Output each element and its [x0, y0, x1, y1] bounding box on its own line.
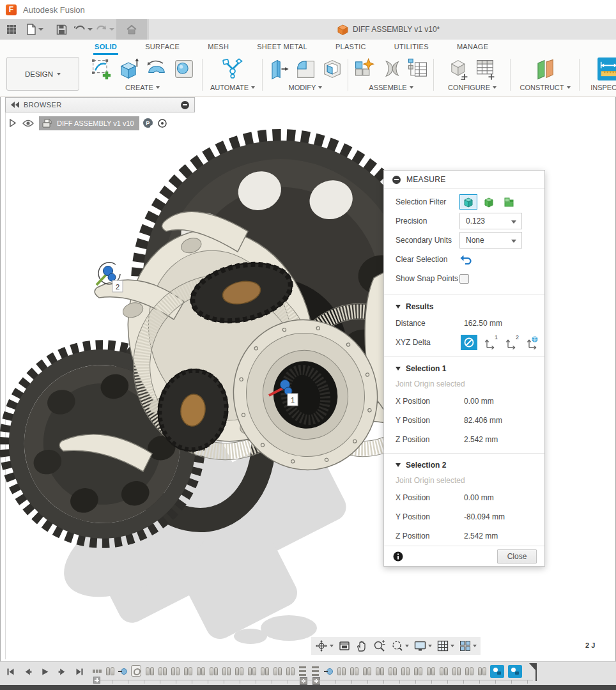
file-menu-button[interactable]: [24, 21, 45, 38]
go-to-start-button[interactable]: [4, 665, 17, 678]
measure-dialog-header[interactable]: MEASURE: [384, 171, 544, 189]
look-at-button[interactable]: [338, 640, 351, 652]
configure-dropdown[interactable]: CONFIGURE: [436, 84, 509, 91]
hole-button[interactable]: [172, 57, 196, 83]
pan-button[interactable]: [355, 640, 368, 652]
timeline-joint-icon[interactable]: [145, 665, 154, 677]
revolve-button[interactable]: [144, 57, 169, 83]
measure-button[interactable]: [597, 57, 616, 83]
timeline-comp-icon[interactable]: [93, 665, 102, 677]
timeline-joint-icon[interactable]: [465, 665, 474, 677]
home-view-button[interactable]: [116, 19, 147, 40]
configuration-table-button[interactable]: [474, 57, 498, 83]
configure-button[interactable]: [447, 57, 471, 83]
selection2-section-header[interactable]: Selection 2: [384, 457, 544, 473]
timeline-joint-icon[interactable]: [260, 665, 269, 677]
timeline-joint-icon[interactable]: [105, 665, 114, 677]
automate-dropdown[interactable]: AUTOMATE: [204, 84, 261, 91]
construct-plane-button[interactable]: [532, 57, 558, 83]
assemble-dropdown[interactable]: ASSEMBLE: [350, 84, 432, 91]
origin-target-icon[interactable]: [157, 118, 167, 128]
timeline-sel-icon[interactable]: [508, 665, 522, 678]
face-filter-button[interactable]: [459, 194, 477, 210]
close-button[interactable]: Close: [497, 549, 537, 564]
go-to-end-button[interactable]: [73, 665, 86, 678]
info-icon[interactable]: [393, 551, 403, 562]
timeline-marker-icon[interactable]: [118, 665, 127, 677]
timeline-track[interactable]: [96, 680, 533, 684]
tab-sheet-metal[interactable]: SHEET METAL: [256, 43, 309, 55]
tab-solid[interactable]: SOLID: [93, 43, 118, 55]
timeline-group-icon[interactable]: [311, 665, 320, 677]
timeline-joint-icon[interactable]: [235, 665, 243, 677]
grid-caret[interactable]: [450, 645, 454, 647]
tab-surface[interactable]: SURFACE: [144, 43, 181, 55]
timeline-joint-icon[interactable]: [222, 665, 231, 677]
timeline-joint-icon[interactable]: [388, 665, 397, 677]
delta-selection1-button[interactable]: 1: [482, 335, 498, 350]
measure-collapse-button[interactable]: [392, 176, 401, 184]
press-pull-button[interactable]: [266, 57, 291, 83]
new-component-button[interactable]: [352, 57, 376, 83]
timeline-joint-icon[interactable]: [439, 665, 448, 677]
timeline-joint-icon[interactable]: [286, 665, 295, 677]
delta-world-button[interactable]: [524, 335, 541, 350]
pin-badge[interactable]: P: [143, 118, 153, 128]
tab-utilities[interactable]: UTILITIES: [393, 43, 430, 55]
shell-button[interactable]: [320, 57, 344, 83]
browser-root-highlight[interactable]: DIFF ASSEMBLY v1 v10: [39, 116, 139, 130]
display-caret[interactable]: [428, 645, 432, 647]
step-forward-button[interactable]: [56, 665, 68, 678]
timeline-joint-icon[interactable]: [350, 665, 358, 677]
component-filter-button[interactable]: [500, 194, 518, 210]
orbit-button[interactable]: [315, 640, 334, 652]
app-grid-button[interactable]: [4, 21, 19, 38]
viewports-button[interactable]: [459, 640, 477, 652]
joint-button[interactable]: [379, 57, 403, 83]
secondary-units-dropdown[interactable]: None: [459, 232, 522, 249]
display-settings-button[interactable]: [413, 640, 432, 652]
create-dropdown[interactable]: CREATE: [86, 84, 199, 91]
clear-selection-undo-icon[interactable]: [459, 254, 472, 264]
save-button[interactable]: [54, 21, 69, 38]
extrude-button[interactable]: [116, 57, 141, 83]
timeline-sel-icon[interactable]: [490, 665, 504, 678]
body-filter-button[interactable]: [480, 194, 498, 210]
workspace-selector[interactable]: DESIGN: [6, 57, 79, 91]
zoom-button[interactable]: [373, 640, 386, 652]
precision-dropdown[interactable]: 0.123: [459, 213, 522, 229]
timeline-joint-icon[interactable]: [158, 665, 167, 677]
timeline-group-icon[interactable]: [298, 665, 307, 677]
timeline-circled-icon[interactable]: [131, 665, 141, 677]
undo-button[interactable]: [73, 21, 93, 38]
timeline-joint-icon[interactable]: [477, 665, 486, 677]
timeline-joint-icon[interactable]: [196, 665, 205, 677]
browser-root-row[interactable]: DIFF ASSEMBLY v1 v10 P: [9, 116, 167, 130]
visibility-eye-icon[interactable]: [22, 119, 34, 127]
step-back-button[interactable]: [21, 665, 34, 678]
results-section-header[interactable]: Results: [384, 299, 544, 314]
document-tab[interactable]: DIFF ASSEMBLY v1 v10*: [337, 19, 440, 40]
timeline-joint-icon[interactable]: [209, 665, 218, 677]
tab-mesh[interactable]: MESH: [206, 43, 230, 55]
create-sketch-button[interactable]: [89, 57, 113, 83]
play-button[interactable]: [38, 665, 51, 678]
modify-dropdown[interactable]: MODIFY: [265, 84, 346, 91]
viewports-caret[interactable]: [473, 645, 477, 647]
timeline-joint-icon[interactable]: [337, 665, 346, 677]
timeline-joint-icon[interactable]: [426, 665, 435, 677]
fillet-button[interactable]: [293, 57, 318, 83]
construct-dropdown[interactable]: CONSTRUCT: [512, 84, 578, 91]
timeline-joint-icon[interactable]: [413, 665, 422, 677]
orbit-caret[interactable]: [330, 645, 334, 647]
tab-plastic[interactable]: PLASTIC: [334, 43, 367, 55]
delta-none-button[interactable]: [461, 335, 477, 350]
grid-button[interactable]: [436, 640, 454, 652]
timeline-joint-icon[interactable]: [452, 665, 461, 677]
timeline-marker-icon[interactable]: [324, 665, 333, 677]
fit-button[interactable]: [390, 640, 409, 652]
timeline-joint-icon[interactable]: [362, 665, 371, 677]
timeline-joint-icon[interactable]: [171, 665, 180, 677]
delta-selection2-button[interactable]: 2: [503, 335, 520, 350]
bom-button[interactable]: [406, 57, 430, 83]
